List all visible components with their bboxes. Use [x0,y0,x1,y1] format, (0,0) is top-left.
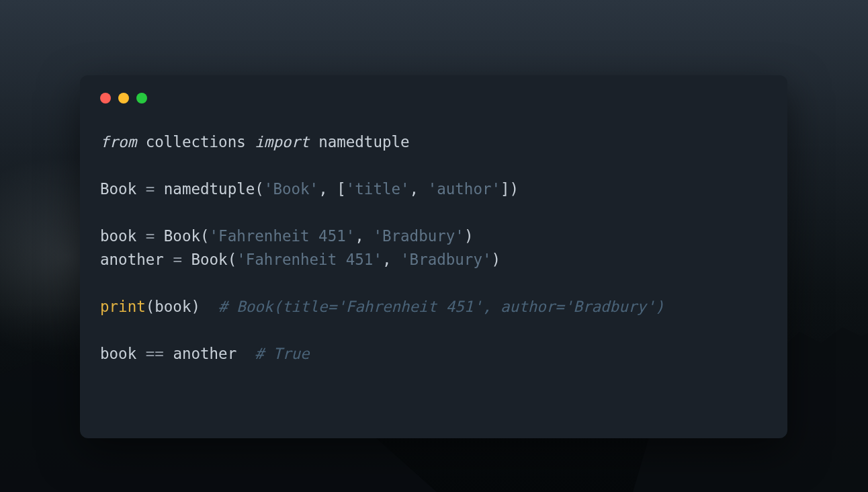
code-token [136,227,146,245]
code-token [310,133,319,151]
code-line: book == another # True [100,342,767,366]
code-token: ] [501,180,510,198]
code-token: ( [228,251,237,268]
code-line [100,272,767,295]
code-token: 'Book' [264,180,318,198]
code-token: Book [191,251,227,268]
code-line: another = Book('Fahrenheit 451', 'Bradbu… [100,248,767,272]
code-token: 'Fahrenheit 451' [236,251,382,268]
code-token: import [255,133,309,151]
code-token: , [318,180,337,198]
code-token: , [410,180,428,198]
code-line [100,201,767,224]
code-token: book [100,345,136,362]
code-token [136,133,146,151]
code-token: 'Fahrenheit 451' [210,227,355,245]
code-line: Book = namedtuple('Book', ['title', 'aut… [100,177,767,201]
code-token: Book [164,227,200,245]
code-token: another [173,345,236,362]
code-token: == [146,345,164,362]
code-block[interactable]: from collections import namedtuple Book … [100,130,767,366]
code-line: print(book) # Book(title='Fahrenheit 451… [100,295,767,319]
code-token [164,345,173,362]
code-token [200,298,218,315]
window-traffic-lights [100,93,767,104]
code-token: 'Bradbury' [373,227,464,245]
code-token: # True [255,345,309,362]
code-token: ( [255,180,264,198]
code-token [155,180,164,198]
code-token: = [146,180,155,198]
code-line [100,319,767,342]
code-token: # Book(title='Fahrenheit 451', author='B… [218,298,664,315]
code-editor-window: from collections import namedtuple Book … [80,75,787,438]
minimize-window-button[interactable] [118,93,129,104]
code-token: collections [146,133,246,151]
code-token: = [173,251,182,268]
code-token: , [355,227,373,245]
code-token: ( [200,227,210,245]
code-token: ) [492,251,501,268]
code-token: from [100,133,136,151]
code-token: namedtuple [164,180,255,198]
code-token: book [100,227,136,245]
code-token: ( [146,298,155,315]
code-token: ) [464,227,474,245]
close-window-button[interactable] [100,93,111,104]
code-token [155,227,164,245]
code-token: 'Bradbury' [400,251,491,268]
code-token [236,345,255,362]
code-token: Book [100,180,136,198]
code-token [182,251,191,268]
code-token: namedtuple [318,133,409,151]
code-token [164,251,173,268]
code-token: [ [337,180,346,198]
code-token [136,180,146,198]
code-line [100,154,767,177]
code-token [246,133,255,151]
code-token: another [100,251,164,268]
code-token: = [146,227,155,245]
code-token: 'author' [428,180,501,198]
code-token [136,345,146,362]
code-token: ) [510,180,519,198]
code-token: book [155,298,191,315]
code-token: 'title' [346,180,410,198]
code-token: , [382,251,400,268]
code-line: book = Book('Fahrenheit 451', 'Bradbury'… [100,224,767,248]
code-token: print [100,298,146,315]
code-token: ) [191,298,200,315]
maximize-window-button[interactable] [136,93,147,104]
code-line: from collections import namedtuple [100,130,767,154]
